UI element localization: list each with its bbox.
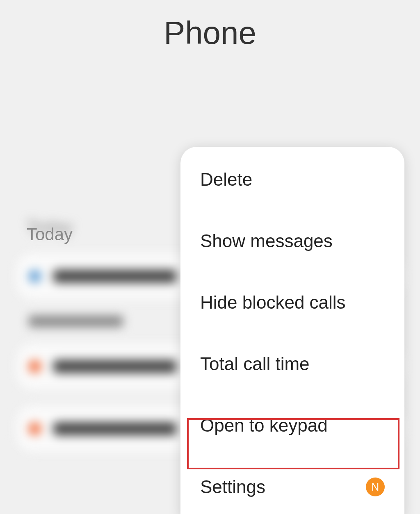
section-header-today: Today: [27, 225, 73, 244]
menu-item-label: Hide blocked calls: [200, 292, 346, 313]
overflow-menu: Delete Show messages Hide blocked calls …: [180, 147, 404, 514]
menu-item-hide-blocked-calls[interactable]: Hide blocked calls: [180, 272, 404, 333]
call-number-blurred: [53, 422, 176, 435]
menu-item-label: Delete: [200, 169, 252, 190]
date-label-blurred: [29, 316, 123, 327]
call-number-blurred: [53, 270, 176, 283]
page-title: Phone: [0, 0, 420, 52]
menu-item-total-call-time[interactable]: Total call time: [180, 333, 404, 395]
menu-item-show-messages[interactable]: Show messages: [180, 210, 404, 272]
menu-item-label: Open to keypad: [200, 415, 328, 436]
call-number-blurred: [53, 360, 176, 373]
call-type-icon: [29, 270, 41, 282]
call-type-icon: [29, 360, 41, 373]
menu-item-label: Settings: [200, 477, 265, 497]
call-type-icon: [29, 423, 41, 435]
menu-item-settings[interactable]: Settings N: [180, 456, 404, 514]
menu-item-label: Show messages: [200, 231, 333, 251]
menu-item-delete[interactable]: Delete: [180, 147, 404, 210]
new-badge: N: [366, 478, 385, 496]
menu-item-open-to-keypad[interactable]: Open to keypad: [180, 395, 404, 456]
menu-item-label: Total call time: [200, 354, 310, 374]
